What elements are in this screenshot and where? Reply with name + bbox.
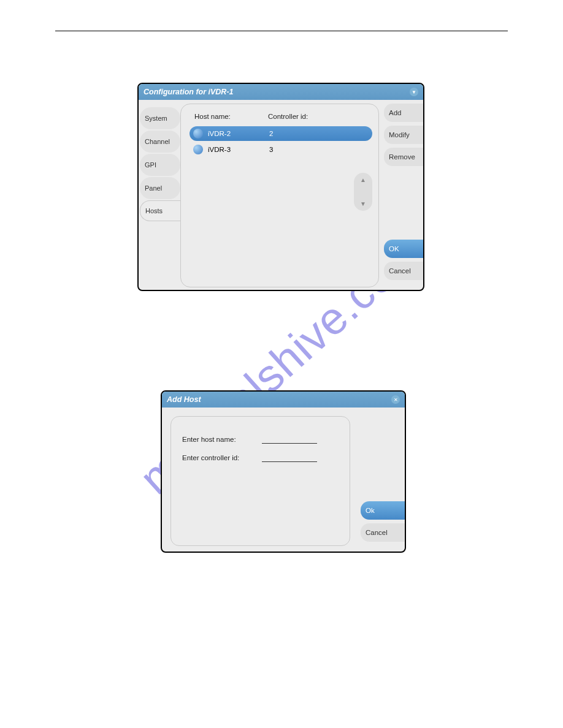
host-name-cell: iVDR-3 <box>208 146 269 153</box>
form-panel: Enter host name: Enter controller id: <box>170 416 350 546</box>
tab-label: Channel <box>145 138 170 145</box>
header-hostname: Host name: <box>194 113 268 120</box>
button-label: Cancel <box>366 529 388 536</box>
confirm-buttons: OK Cancel <box>384 240 423 284</box>
tab-hosts[interactable]: Hosts <box>140 200 180 221</box>
button-label: Ok <box>366 507 375 514</box>
host-name-cell: iVDR-2 <box>208 130 269 137</box>
controllerid-input[interactable] <box>262 453 317 462</box>
confirm-buttons: Ok Cancel <box>361 501 405 545</box>
cancel-button[interactable]: Cancel <box>361 523 405 542</box>
dropdown-icon[interactable]: ▼ <box>410 88 418 96</box>
ok-button[interactable]: OK <box>384 240 423 258</box>
host-row[interactable]: iVDR-2 2 <box>190 126 372 141</box>
dialog-title: Configuration for iVDR-1 <box>144 88 234 96</box>
tab-label: Panel <box>145 184 162 192</box>
add-button[interactable]: Add <box>384 104 423 122</box>
hostname-input[interactable] <box>262 435 317 444</box>
button-label: OK <box>389 245 399 252</box>
button-label: Modify <box>389 131 410 138</box>
controllerid-label: Enter controller id: <box>182 454 262 461</box>
ok-button[interactable]: Ok <box>361 501 405 520</box>
tab-label: System <box>145 115 167 122</box>
form-row-controllerid: Enter controller id: <box>182 453 339 462</box>
tab-system[interactable]: System <box>140 107 180 129</box>
scroll-control[interactable]: ▲ ▼ <box>354 173 372 211</box>
titlebar: Add Host ✕ <box>162 392 405 408</box>
page-divider <box>55 31 508 31</box>
scroll-down-icon[interactable]: ▼ <box>360 200 366 207</box>
tab-gpi[interactable]: GPI <box>140 154 180 176</box>
form-row-hostname: Enter host name: <box>182 435 339 444</box>
hostname-label: Enter host name: <box>182 436 262 443</box>
add-host-dialog: Add Host ✕ Enter host name: Enter contro… <box>161 390 406 553</box>
host-row[interactable]: iVDR-3 3 <box>190 142 372 157</box>
titlebar: Configuration for iVDR-1 ▼ <box>139 84 423 100</box>
dialog-title: Add Host <box>167 395 201 404</box>
tabs-sidebar: System Channel GPI Panel Hosts <box>140 107 180 221</box>
scroll-up-icon[interactable]: ▲ <box>360 176 366 183</box>
tab-label: Hosts <box>145 207 163 214</box>
button-label: Cancel <box>389 267 411 275</box>
host-icon <box>193 145 203 154</box>
column-headers: Host name: Controller id: <box>181 104 378 125</box>
remove-button[interactable]: Remove <box>384 148 423 166</box>
hosts-panel: Host name: Controller id: iVDR-2 2 iVDR-… <box>180 104 379 287</box>
host-id-cell: 2 <box>269 130 273 137</box>
close-icon[interactable]: ✕ <box>391 395 400 404</box>
tab-label: GPI <box>145 161 156 169</box>
host-icon <box>193 129 203 138</box>
host-id-cell: 3 <box>269 146 273 153</box>
tab-panel[interactable]: Panel <box>140 177 180 199</box>
button-label: Add <box>389 109 401 116</box>
header-controllerid: Controller id: <box>268 113 308 120</box>
cancel-button[interactable]: Cancel <box>384 262 423 280</box>
action-buttons: Add Modify Remove <box>384 104 423 170</box>
button-label: Remove <box>389 153 415 161</box>
modify-button[interactable]: Modify <box>384 126 423 144</box>
configuration-dialog: Configuration for iVDR-1 ▼ System Channe… <box>137 83 424 291</box>
tab-channel[interactable]: Channel <box>140 131 180 153</box>
